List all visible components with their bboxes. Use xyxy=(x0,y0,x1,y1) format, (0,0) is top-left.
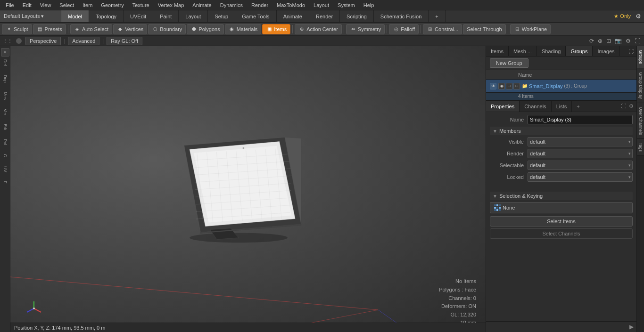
layout-dropdown[interactable]: Default Layouts ▾ xyxy=(0,10,61,22)
layout-tab-add[interactable]: + xyxy=(429,10,445,22)
presets-button[interactable]: ▤ Presets xyxy=(33,24,66,34)
prop-visible-select[interactable]: default onoff xyxy=(528,137,633,146)
vp-perspective-button[interactable]: Perspective xyxy=(25,37,61,45)
vertices-button[interactable]: ◆ Vertices xyxy=(113,24,147,34)
pt-tab-items[interactable]: Items xyxy=(486,46,509,56)
vp-advanced-button[interactable]: Advanced xyxy=(68,37,99,45)
ls-mesh-label[interactable]: Mes… xyxy=(3,90,8,106)
layout-tab-render[interactable]: Render xyxy=(309,10,340,22)
prop-render-select[interactable]: default onoff xyxy=(528,149,633,158)
layout-tab-topology[interactable]: Topology xyxy=(89,10,124,22)
sk-none-button[interactable]: None xyxy=(490,202,633,213)
vp-fit-icon[interactable]: ⊡ xyxy=(605,37,612,45)
panel-expand-right-icon[interactable]: ▶ xyxy=(629,324,634,330)
vp-camera-icon[interactable]: 📷 xyxy=(614,37,623,45)
groups-name-col-header: Name xyxy=(518,72,633,78)
ls-top-btn[interactable]: ≡ xyxy=(1,48,9,57)
props-tab-channels[interactable]: Channels xyxy=(520,101,551,112)
groups-table-header: Name xyxy=(486,70,636,80)
prop-locked-select[interactable]: default onoff xyxy=(528,172,633,182)
ls-edit-label[interactable]: Edi… xyxy=(3,122,8,136)
select-through-button[interactable]: Select Through xyxy=(463,24,505,34)
menu-file[interactable]: File xyxy=(2,1,18,9)
sel-keying-section-header[interactable]: ▼ Selection & Keying xyxy=(490,192,633,200)
group-lock-icon[interactable]: □ xyxy=(506,83,512,89)
menu-help[interactable]: Help xyxy=(360,1,378,9)
menu-render[interactable]: Render xyxy=(248,1,272,9)
ls-poly-label[interactable]: Pol… xyxy=(3,137,8,151)
ls-deformers-label[interactable]: Def… xyxy=(3,57,8,72)
falloff-button[interactable]: ◎ Falloff xyxy=(389,24,419,34)
polygons-button[interactable]: ⬢ Polygons xyxy=(187,24,223,34)
menu-select[interactable]: Select xyxy=(56,1,78,9)
props-tab-lists[interactable]: Lists xyxy=(552,101,572,112)
pt-tab-images[interactable]: Images xyxy=(593,46,619,56)
layout-tab-schematic[interactable]: Schematic Fusion xyxy=(374,10,429,22)
vp-expand-icon[interactable]: ⛶ xyxy=(634,37,641,45)
props-tab-properties[interactable]: Properties xyxy=(486,101,520,112)
menu-view[interactable]: View xyxy=(36,1,55,9)
ls-vertex-label[interactable]: Ver… xyxy=(3,107,8,121)
menu-layout[interactable]: Layout xyxy=(310,1,333,9)
constrai-button[interactable]: ⊞ Constrai... xyxy=(423,24,462,34)
ls-f-label[interactable]: F… xyxy=(3,179,8,190)
select-channels-button[interactable]: Select Channels xyxy=(490,228,633,239)
group-render-icon[interactable]: ◉ xyxy=(498,83,505,89)
vp-zoom-icon[interactable]: ⊕ xyxy=(597,37,603,45)
viewport[interactable]: No Items Polygons : Face Channels: 0 Def… xyxy=(10,46,486,332)
group-visibility-eye-icon[interactable]: 👁 xyxy=(490,83,496,89)
pt-tab-mesh[interactable]: Mesh ... xyxy=(509,46,537,56)
props-settings-icon[interactable]: ⚙ xyxy=(628,103,635,109)
menu-texture[interactable]: Texture xyxy=(129,1,153,9)
menu-system[interactable]: System xyxy=(334,1,359,9)
materials-button[interactable]: ◉ Materials xyxy=(225,24,262,34)
group-select-icon[interactable]: □ xyxy=(513,83,520,89)
boundary-button[interactable]: ⬡ Boundary xyxy=(148,24,186,34)
layout-tab-uvedit[interactable]: UVEdit xyxy=(124,10,153,22)
props-expand-icon[interactable]: ⛶ xyxy=(620,103,627,109)
menu-animate[interactable]: Animate xyxy=(189,1,215,9)
menu-edit[interactable]: Edit xyxy=(19,1,35,9)
vp-ray-gl-button[interactable]: Ray GL: Off xyxy=(107,37,142,45)
menu-maxtomodo[interactable]: MaxToModo xyxy=(273,1,309,9)
menu-geometry[interactable]: Geometry xyxy=(97,1,127,9)
settings-gear-icon[interactable]: ⚙ xyxy=(636,13,641,20)
props-tab-add-icon[interactable]: + xyxy=(574,104,582,109)
ls-duplicate-label[interactable]: Dup… xyxy=(3,73,8,89)
groups-table-row[interactable]: 👁 ◉ □ □ 📁 Smart_Display (3) : Group xyxy=(486,80,636,93)
items-button[interactable]: ▣ Items xyxy=(262,24,290,34)
menu-item[interactable]: Item xyxy=(79,1,96,9)
sculpt-button[interactable]: ✦ Sculpt xyxy=(2,24,32,34)
menu-dynamics[interactable]: Dynamics xyxy=(216,1,247,9)
rvt-tags[interactable]: Tags xyxy=(637,139,644,156)
rvt-user-channels[interactable]: User Channels xyxy=(637,103,644,139)
vp-orbit-icon[interactable]: ⟳ xyxy=(588,37,595,45)
select-items-button[interactable]: Select Items xyxy=(490,216,633,227)
members-section-header[interactable]: ▼ Members xyxy=(490,127,633,135)
prop-selectable-select[interactable]: default onoff xyxy=(528,161,633,170)
layout-tab-animate[interactable]: Animate xyxy=(277,10,309,22)
layout-tab-setup[interactable]: Setup xyxy=(208,10,235,22)
symmetry-button[interactable]: ⇔ Symmetry xyxy=(346,24,385,34)
new-group-button[interactable]: New Group xyxy=(490,58,528,68)
menu-vertex-map[interactable]: Vertex Map xyxy=(154,1,188,9)
layout-tab-scripting[interactable]: Scripting xyxy=(340,10,374,22)
rvt-groups[interactable]: Groups xyxy=(637,46,644,68)
auto-select-button[interactable]: ◈ Auto Select xyxy=(70,24,112,34)
pt-tab-shading[interactable]: Shading xyxy=(537,46,566,56)
svg-point-22 xyxy=(242,147,244,148)
layout-tab-layout[interactable]: Layout xyxy=(179,10,208,22)
ls-curves-label[interactable]: C… xyxy=(3,152,8,163)
vp-settings-icon[interactable]: ⚙ xyxy=(625,37,632,45)
prop-name-input[interactable] xyxy=(528,115,633,124)
action-center-button[interactable]: ⊕ Action Center xyxy=(295,24,342,34)
rvt-group-display[interactable]: Group Display xyxy=(637,68,644,103)
workplane-button[interactable]: ⊟ WorkPlane xyxy=(510,24,551,34)
layout-tab-game-tools[interactable]: Game Tools xyxy=(235,10,277,22)
menu-bar: File Edit View Select Item Geometry Text… xyxy=(0,0,644,10)
layout-tab-model[interactable]: Model xyxy=(61,10,89,22)
ls-uv-label[interactable]: UV… xyxy=(3,164,8,178)
layout-tab-paint[interactable]: Paint xyxy=(153,10,179,22)
panel-expand-icon[interactable]: ⛶ xyxy=(627,49,635,54)
pt-tab-groups[interactable]: Groups xyxy=(566,46,593,56)
